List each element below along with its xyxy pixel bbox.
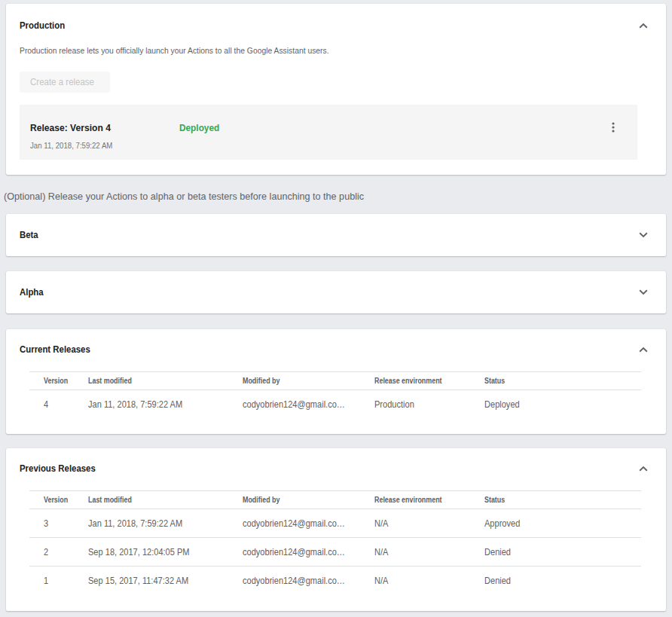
table-row: 2 Sep 18, 2017, 12:04:05 PM codyobrien12… [29, 537, 641, 566]
create-release-button-label: Create a release [30, 77, 94, 87]
release-page: Production Production release lets you o… [0, 0, 672, 617]
cell-release-environment-text: N/A [374, 518, 388, 529]
table-row: 4 Jan 11, 2018, 7:59:22 AM codyobrien124… [29, 390, 641, 419]
production-card: Production Production release lets you o… [6, 4, 666, 175]
previous-releases-title-text: Previous Releases [20, 462, 96, 475]
column-header-last-modified: Last modified [74, 372, 228, 390]
column-header-last-modified-text: Last modified [88, 377, 132, 385]
current-releases-title-text: Current Releases [20, 343, 90, 356]
cell-version: 4 [29, 390, 74, 419]
cell-last-modified-text: Jan 11, 2018, 7:59:22 AM [88, 399, 182, 410]
beta-title-text: Beta [20, 228, 38, 242]
cell-release-environment-text: Production [374, 399, 414, 410]
column-header-version: Version [29, 490, 74, 509]
cell-last-modified-text: Sep 15, 2017, 11:47:32 AM [88, 575, 188, 586]
chevron-down-icon [639, 232, 648, 238]
cell-release-environment: N/A [360, 566, 470, 594]
column-header-release-environment: Release environment [360, 490, 470, 509]
cell-status: Denied [470, 537, 641, 566]
column-header-release-environment-text: Release environment [374, 496, 442, 504]
column-header-version-text: Version [44, 496, 68, 504]
cell-modified-by-text: codyobrien124@gmail.co… [243, 575, 345, 586]
column-header-modified-by: Modified by [228, 490, 360, 509]
table-header-row: Version Last modified Modified by Releas… [29, 490, 641, 509]
column-header-status: Status [470, 490, 641, 509]
cell-version-text: 2 [44, 546, 48, 557]
current-releases-header: Current Releases [20, 341, 652, 359]
beta-card[interactable]: Beta [6, 214, 666, 256]
previous-releases-collapse-button[interactable] [634, 460, 652, 478]
release-row: Release: Version 4 Deployed Jan 11, 2018… [20, 105, 637, 160]
cell-status-text: Denied [484, 575, 511, 586]
kebab-menu-icon [612, 122, 615, 133]
release-head: Release: Version 4 Deployed [30, 120, 627, 135]
cell-modified-by-text: codyobrien124@gmail.co… [243, 518, 345, 529]
chevron-up-icon [639, 466, 648, 472]
cell-status-text: Deployed [484, 399, 520, 410]
previous-releases-title: Previous Releases [20, 462, 99, 475]
optional-note: (Optional) Release your Actions to alpha… [4, 191, 666, 203]
table-row: 1 Sep 15, 2017, 11:47:32 AM codyobrien12… [29, 566, 641, 594]
cell-modified-by: codyobrien124@gmail.co… [228, 566, 360, 594]
cell-last-modified-text: Sep 18, 2017, 12:04:05 PM [88, 546, 190, 557]
current-releases-title: Current Releases [20, 343, 94, 356]
cell-last-modified: Sep 18, 2017, 12:04:05 PM [74, 537, 228, 566]
cell-status: Approved [470, 509, 641, 537]
production-title: Production [20, 19, 67, 32]
alpha-card[interactable]: Alpha [6, 271, 666, 313]
column-header-status: Status [470, 372, 641, 390]
current-releases-card: Current Releases Version Last modified M… [6, 329, 666, 434]
release-date-text: Jan 11, 2018, 7:59:22 AM [30, 139, 112, 151]
beta-expand-button[interactable] [634, 226, 652, 244]
alpha-expand-button[interactable] [634, 283, 652, 301]
cell-last-modified-text: Jan 11, 2018, 7:59:22 AM [88, 518, 182, 529]
cell-modified-by-text: codyobrien124@gmail.co… [243, 546, 345, 557]
cell-status-text: Denied [484, 546, 511, 557]
cell-version: 3 [29, 509, 74, 537]
chevron-up-icon [639, 347, 648, 353]
column-header-status-text: Status [484, 377, 505, 385]
optional-note-text: (Optional) Release your Actions to alpha… [4, 191, 364, 203]
cell-version-text: 3 [44, 518, 48, 529]
create-release-button[interactable]: Create a release [20, 72, 110, 93]
production-collapse-button[interactable] [634, 17, 652, 35]
cell-release-environment-text: N/A [374, 546, 388, 557]
cell-modified-by: codyobrien124@gmail.co… [228, 537, 360, 566]
chevron-up-icon [639, 23, 648, 29]
previous-releases-header: Previous Releases [20, 460, 652, 478]
production-description: Production release lets you officially l… [20, 44, 652, 57]
cell-status: Denied [470, 566, 641, 594]
production-description-text: Production release lets you officially l… [20, 44, 329, 57]
chevron-down-icon [639, 289, 648, 295]
cell-version: 2 [29, 537, 74, 566]
current-releases-collapse-button[interactable] [634, 341, 652, 359]
cell-status-text: Approved [484, 518, 520, 529]
cell-version: 1 [29, 566, 74, 594]
cell-release-environment: N/A [360, 537, 470, 566]
production-title-text: Production [20, 19, 65, 32]
beta-title: Beta [20, 228, 39, 242]
table-header-row: Version Last modified Modified by Releas… [29, 372, 641, 390]
cell-version-text: 1 [44, 575, 48, 586]
cell-last-modified: Jan 11, 2018, 7:59:22 AM [74, 390, 228, 419]
column-header-release-environment-text: Release environment [374, 377, 442, 385]
release-date: Jan 11, 2018, 7:59:22 AM [30, 139, 627, 151]
cell-last-modified: Sep 15, 2017, 11:47:32 AM [74, 566, 228, 594]
cell-release-environment: Production [360, 390, 470, 419]
previous-releases-table: Version Last modified Modified by Releas… [29, 490, 641, 595]
cell-version-text: 4 [44, 399, 48, 410]
column-header-last-modified: Last modified [74, 490, 228, 509]
column-header-status-text: Status [484, 496, 505, 504]
column-header-release-environment: Release environment [360, 372, 470, 390]
cell-last-modified: Jan 11, 2018, 7:59:22 AM [74, 509, 228, 537]
cell-modified-by: codyobrien124@gmail.co… [228, 509, 360, 537]
release-menu-button[interactable] [604, 118, 622, 136]
cell-status: Deployed [470, 390, 641, 419]
production-card-header: Production [20, 17, 652, 35]
alpha-title-text: Alpha [20, 286, 44, 299]
cell-modified-by-text: codyobrien124@gmail.co… [243, 399, 345, 410]
cell-modified-by: codyobrien124@gmail.co… [228, 390, 360, 419]
alpha-title: Alpha [20, 286, 44, 299]
release-status-text: Deployed [179, 122, 219, 133]
cell-release-environment: N/A [360, 509, 470, 537]
